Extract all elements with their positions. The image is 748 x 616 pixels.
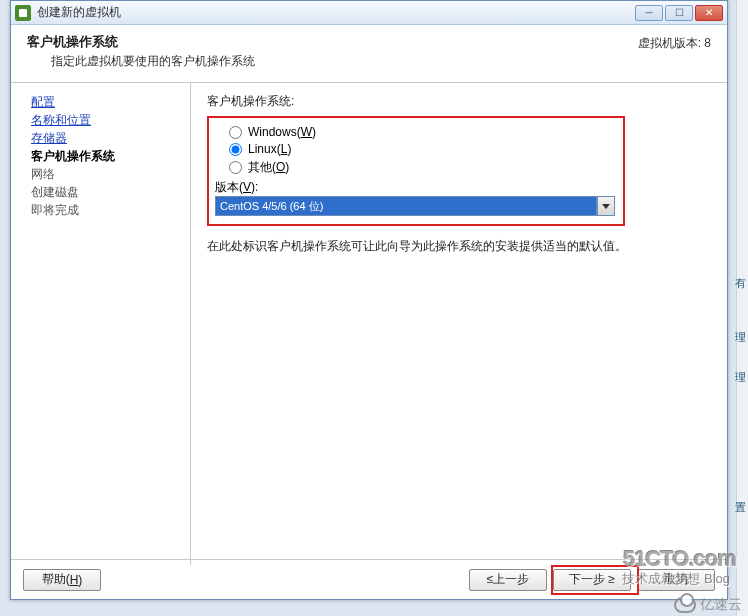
svg-marker-1 xyxy=(602,204,610,209)
svg-rect-0 xyxy=(19,9,27,17)
version-dropdown[interactable]: CentOS 4/5/6 (64 位) xyxy=(215,196,615,216)
sidebar-item-finish: 即将完成 xyxy=(31,203,79,217)
dropdown-arrow-icon[interactable] xyxy=(597,196,615,216)
minimize-button[interactable]: ─ xyxy=(635,5,663,21)
radio-row-linux[interactable]: Linux(L) xyxy=(229,142,617,156)
os-section-label: 客户机操作系统: xyxy=(207,93,711,110)
page-subtitle: 指定此虚拟机要使用的客户机操作系统 xyxy=(51,53,711,70)
back-button[interactable]: ≤上一步 xyxy=(469,569,547,591)
sidebar-item-storage[interactable]: 存储器 xyxy=(31,131,67,145)
sidebar-item-disk: 创建磁盘 xyxy=(31,185,79,199)
sidebar-item-guest-os: 客户机操作系统 xyxy=(31,149,115,163)
version-label: 版本(V): xyxy=(215,180,258,194)
background-strip: 有 理 理 置 xyxy=(736,0,748,616)
next-button[interactable]: 下一步 ≥ xyxy=(553,569,631,591)
wizard-footer: 帮助(H) ≤上一步 下一步 ≥ 取消 xyxy=(11,559,727,599)
radio-other-label: 其他(O) xyxy=(248,159,289,176)
wizard-header: 客户机操作系统 指定此虚拟机要使用的客户机操作系统 虚拟机版本: 8 xyxy=(11,25,727,83)
version-dropdown-value[interactable]: CentOS 4/5/6 (64 位) xyxy=(215,196,597,216)
titlebar[interactable]: 创建新的虚拟机 ─ ☐ ✕ xyxy=(11,1,727,25)
dialog-window: 创建新的虚拟机 ─ ☐ ✕ 客户机操作系统 指定此虚拟机要使用的客户机操作系统 … xyxy=(10,0,728,600)
radio-row-other[interactable]: 其他(O) xyxy=(229,159,617,176)
sidebar-item-name[interactable]: 名称和位置 xyxy=(31,113,91,127)
radio-other[interactable] xyxy=(229,161,242,174)
vm-version-label: 虚拟机版本: 8 xyxy=(638,35,711,52)
radio-windows[interactable] xyxy=(229,126,242,139)
page-title: 客户机操作系统 xyxy=(27,33,711,51)
maximize-button[interactable]: ☐ xyxy=(665,5,693,21)
close-button[interactable]: ✕ xyxy=(695,5,723,21)
app-icon xyxy=(15,5,31,21)
hint-text: 在此处标识客户机操作系统可让此向导为此操作系统的安装提供适当的默认值。 xyxy=(207,238,627,255)
help-button[interactable]: 帮助(H) xyxy=(23,569,101,591)
wizard-sidebar: 配置 名称和位置 存储器 客户机操作系统 网络 创建磁盘 即将完成 xyxy=(11,83,191,565)
cancel-button[interactable]: 取消 xyxy=(637,569,715,591)
sidebar-item-network: 网络 xyxy=(31,167,55,181)
radio-windows-label: Windows(W) xyxy=(248,125,316,139)
highlight-box-os: Windows(W) Linux(L) 其他(O) 版本(V): CentOS … xyxy=(207,116,625,226)
sidebar-item-config[interactable]: 配置 xyxy=(31,95,55,109)
wizard-content: 客户机操作系统: Windows(W) Linux(L) 其他(O) 版本(V)… xyxy=(191,83,727,565)
radio-row-windows[interactable]: Windows(W) xyxy=(229,125,617,139)
radio-linux-label: Linux(L) xyxy=(248,142,291,156)
radio-linux[interactable] xyxy=(229,143,242,156)
window-title: 创建新的虚拟机 xyxy=(37,4,635,21)
